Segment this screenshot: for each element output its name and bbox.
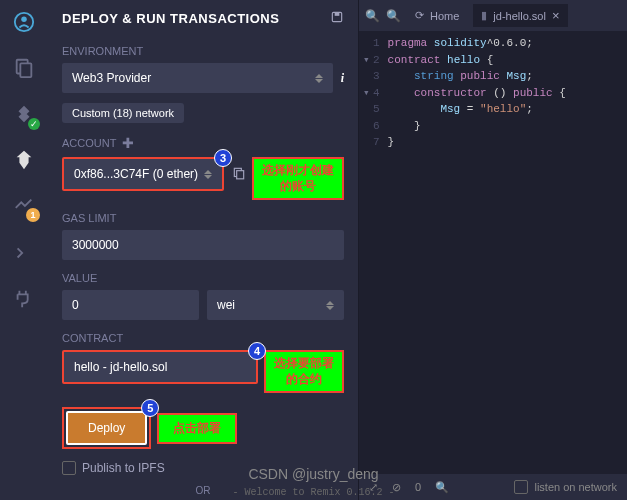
annotation-account: 选择刚才创建的账号 bbox=[252, 157, 344, 200]
publish-ipfs-label: Publish to IPFS bbox=[82, 461, 165, 475]
plugin-icon[interactable] bbox=[10, 284, 38, 312]
environment-select[interactable]: Web3 Provider bbox=[62, 63, 333, 93]
zoom-out-icon[interactable]: 🔍 bbox=[386, 9, 401, 23]
updown-icon bbox=[315, 74, 323, 83]
info-icon[interactable]: i bbox=[341, 71, 344, 86]
value-unit-select[interactable]: wei bbox=[207, 290, 344, 320]
updown-icon bbox=[204, 170, 212, 179]
svg-point-1 bbox=[21, 17, 27, 23]
contract-value: hello - jd-hello.sol bbox=[74, 360, 167, 374]
debugger-icon[interactable] bbox=[10, 238, 38, 266]
step-badge-3: 3 bbox=[214, 149, 232, 167]
account-value: 0xf86...3C74F (0 ether) bbox=[74, 167, 198, 181]
contract-select[interactable]: hello - jd-hello.sol 4 bbox=[62, 350, 258, 384]
tab-home[interactable]: ⟳ Home bbox=[407, 5, 467, 26]
line-gutter: 1▾23▾4567 bbox=[359, 35, 388, 474]
remix-logo-icon[interactable] bbox=[10, 8, 38, 36]
annotation-deploy: 点击部署 bbox=[157, 413, 237, 445]
tab-home-label: Home bbox=[430, 10, 459, 22]
search-terminal-icon[interactable]: 🔍 bbox=[435, 481, 449, 494]
publish-ipfs-checkbox[interactable] bbox=[62, 461, 76, 475]
account-select[interactable]: 0xf86...3C74F (0 ether) 3 bbox=[62, 157, 224, 191]
home-icon: ⟳ bbox=[415, 9, 424, 22]
value-label: VALUE bbox=[62, 272, 344, 284]
tab-file-label: jd-hello.sol bbox=[493, 10, 546, 22]
tab-file[interactable]: ▮ jd-hello.sol × bbox=[473, 4, 567, 27]
panel-title: DEPLOY & RUN TRANSACTIONS bbox=[62, 11, 279, 26]
sidebar: ✓ 1 bbox=[0, 0, 48, 500]
account-label: ACCOUNT bbox=[62, 137, 116, 149]
annotation-contract: 选择要部署的合约 bbox=[264, 350, 344, 393]
contract-label: CONTRACT bbox=[62, 332, 344, 344]
save-icon[interactable] bbox=[330, 10, 344, 27]
file-explorer-icon[interactable] bbox=[10, 54, 38, 82]
editor-pane: 🔍 🔍 ⟳ Home ▮ jd-hello.sol × 1▾23▾4567 pr… bbox=[358, 0, 627, 500]
environment-value: Web3 Provider bbox=[72, 71, 151, 85]
copy-icon[interactable] bbox=[232, 166, 246, 183]
value-input[interactable]: 0 bbox=[62, 290, 199, 320]
code-content: pragma solidity^0.6.0; contract hello { … bbox=[388, 35, 566, 474]
gas-label: GAS LIMIT bbox=[62, 212, 344, 224]
welcome-text: - Welcome to Remix 0.16.2 - bbox=[232, 487, 394, 498]
listen-checkbox[interactable] bbox=[514, 480, 528, 494]
svg-rect-7 bbox=[237, 170, 244, 178]
analytics-icon[interactable]: 1 bbox=[10, 192, 38, 220]
deploy-icon[interactable] bbox=[10, 146, 38, 174]
code-editor[interactable]: 1▾23▾4567 pragma solidity^0.6.0; contrac… bbox=[359, 31, 627, 474]
svg-rect-5 bbox=[335, 12, 340, 16]
error-count[interactable]: 0 bbox=[415, 481, 421, 493]
notification-badge: 1 bbox=[26, 208, 40, 222]
compiler-icon[interactable]: ✓ bbox=[10, 100, 38, 128]
value-unit: wei bbox=[217, 298, 235, 312]
check-badge-icon: ✓ bbox=[28, 118, 40, 130]
close-tab-icon[interactable]: × bbox=[552, 8, 560, 23]
gas-value: 3000000 bbox=[72, 238, 119, 252]
network-pill: Custom (18) network bbox=[62, 103, 184, 123]
updown-icon bbox=[326, 301, 334, 310]
tabbar: 🔍 🔍 ⟳ Home ▮ jd-hello.sol × bbox=[359, 0, 627, 31]
deploy-panel: DEPLOY & RUN TRANSACTIONS ENVIRONMENT We… bbox=[48, 0, 358, 500]
deploy-button[interactable]: Deploy bbox=[66, 411, 147, 445]
solidity-icon: ▮ bbox=[481, 9, 487, 22]
listen-label: listen on network bbox=[534, 481, 617, 493]
gas-limit-input[interactable]: 3000000 bbox=[62, 230, 344, 260]
add-account-icon[interactable]: ✚ bbox=[122, 135, 134, 151]
zoom-in-icon[interactable]: 🔍 bbox=[365, 9, 380, 23]
svg-rect-3 bbox=[20, 63, 31, 77]
status-bar: ⤢ ⊘ 0 🔍 listen on network bbox=[359, 474, 627, 500]
environment-label: ENVIRONMENT bbox=[62, 45, 344, 57]
value-amount: 0 bbox=[72, 298, 79, 312]
